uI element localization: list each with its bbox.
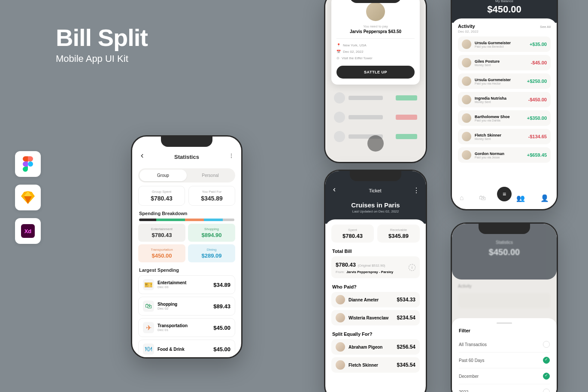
sheet-handle[interactable] (497, 322, 512, 324)
phone-ticket: Ticket ⋮ Cruises in Paris Last Updated o… (324, 170, 427, 392)
group-spent-value: $780.43 (142, 195, 181, 202)
see-all-link[interactable]: See All (540, 25, 551, 29)
category-transportation[interactable]: Transportation$450.00 (138, 244, 185, 262)
svg-point-5 (231, 157, 232, 158)
total-bill-card: $780.43 (Original $532.90) From:Jarvis P… (331, 256, 420, 278)
filter-title: Filter (459, 328, 550, 333)
payee-name-amount: Jarvis Pepperspra $43.50 (336, 29, 415, 34)
more-icon[interactable] (228, 153, 234, 161)
hero-title: Bill Split Mobile App UI Kit (56, 24, 148, 64)
radio-icon (543, 341, 550, 348)
category-dining[interactable]: Dining$289.09 (188, 244, 235, 262)
breakdown-bar (139, 219, 234, 221)
shop-icon[interactable]: 🛍 (479, 194, 486, 202)
note-icon: ⊙ (336, 56, 339, 60)
person-item[interactable]: Fletch Skinner$345.54 (331, 357, 420, 373)
from-label: From: (336, 270, 345, 274)
radio-icon (543, 357, 550, 364)
balance-label: My Balance (458, 0, 551, 3)
hero-subtitle: Mobile App UI Kit (56, 53, 148, 64)
spending-item[interactable]: 🎫 EntertainmentDec 03 $34.89 (138, 275, 235, 294)
receivable-card: Receivable$345.89 (377, 225, 420, 243)
fab-button[interactable]: ≡ (497, 187, 512, 201)
activity-date: Dec 02, 2022 (458, 30, 551, 33)
filter-option[interactable]: December (459, 368, 550, 384)
person-item[interactable]: Abraham Pigeon$256.54 (331, 339, 420, 355)
location-icon: 📍 (336, 43, 341, 47)
back-icon[interactable] (139, 153, 145, 161)
avatar (462, 40, 471, 49)
calendar-icon: 📅 (336, 50, 341, 54)
tool-badges: Xd (15, 151, 41, 244)
radio-icon (543, 389, 550, 392)
group-spent-card: Group Spent $780.43 (138, 186, 185, 206)
avatar (462, 58, 471, 67)
spending-item[interactable]: ✈ TransportationDec 01 $45.00 (138, 318, 235, 337)
spending-item[interactable]: 🍽 Food & Drink $45.00 (138, 340, 235, 357)
avatar (462, 95, 471, 104)
users-icon[interactable]: 👥 (516, 194, 525, 202)
page-title: Statistics (174, 154, 199, 160)
tab-group[interactable]: Group (139, 170, 187, 181)
svg-text:Xd: Xd (24, 228, 32, 234)
phone-notch (479, 224, 530, 234)
total-amount: $780.43 (336, 261, 356, 268)
avatar (336, 313, 345, 322)
activity-item[interactable]: Fletch SkinnerMoney Sent-$134.65 (458, 129, 551, 144)
avatar (462, 150, 471, 160)
date-row: 📅Dec 02, 2022 (336, 49, 415, 55)
spending-item[interactable]: 🛍 ShoppingDec 02 $89.43 (138, 297, 235, 316)
svg-point-3 (231, 154, 232, 155)
activity-item[interactable]: Giles PostureMoney Sent-$45.00 (458, 55, 551, 70)
person-item[interactable]: Dianne Ameter$534.33 (331, 292, 420, 307)
phone-notch (161, 137, 212, 147)
trip-name: Cruises in Paris (331, 201, 420, 209)
phone-settle-up: You need to pay Jarvis Pepperspra $43.50… (324, 0, 427, 163)
svg-point-0 (28, 161, 33, 167)
info-icon[interactable]: i (409, 264, 415, 271)
person-item[interactable]: Wisteria Ravenclaw$234.54 (331, 310, 420, 325)
avatar (462, 113, 471, 123)
settle-modal: You need to pay Jarvis Pepperspra $43.50… (331, 0, 420, 85)
you-paid-card: You Paid For $345.89 (188, 186, 235, 206)
home-icon[interactable]: ⌂ (460, 194, 464, 202)
food-icon: 🍽 (143, 343, 154, 355)
group-spent-label: Group Spent (142, 190, 181, 194)
activity-item[interactable]: Ursula GurnmeisterPaid you via Hector+$2… (458, 73, 551, 89)
back-icon[interactable] (331, 187, 337, 194)
transportation-icon: ✈ (143, 322, 154, 333)
filter-option[interactable]: Past 60 Days (459, 352, 550, 368)
profile-icon[interactable]: 👤 (540, 194, 549, 202)
page-title: Ticket (369, 188, 382, 193)
phone-activity: Statistics ⋮ My Balance $450.00 Activity… (451, 0, 558, 210)
phone-statistics: Statistics Group Personal Group Spent $7… (131, 135, 242, 359)
split-label: Split Equally For? (332, 331, 419, 337)
avatar (336, 295, 345, 304)
hero-heading: Bill Split (56, 24, 148, 52)
xd-badge: Xd (15, 218, 41, 244)
tab-personal[interactable]: Personal (187, 170, 234, 181)
from-name: Jarvis Pepperspray - Parsley (346, 270, 393, 274)
category-entertainment[interactable]: Entertainment$780.43 (138, 224, 185, 242)
settle-up-button[interactable]: SATTLE UP (336, 66, 415, 79)
phone-notch (350, 171, 401, 181)
shopping-icon: 🛍 (143, 301, 154, 312)
activity-item[interactable]: Ursula GurnmeisterPaid you via Benedict+… (458, 36, 551, 52)
phone-filter: Statistics $450.00 Activity Filter All T… (451, 222, 558, 392)
svg-point-4 (231, 155, 232, 156)
you-paid-value: $345.89 (192, 195, 231, 202)
category-shopping[interactable]: Shopping$894.90 (188, 224, 235, 242)
need-to-pay-label: You need to pay (336, 24, 415, 28)
sketch-badge (15, 185, 41, 210)
who-paid-label: Who Paid? (332, 284, 419, 289)
activity-item[interactable]: Bartholomew ShoePaid you via Dahlia+$350… (458, 110, 551, 126)
filter-option[interactable]: 2022 (459, 384, 550, 392)
activity-item[interactable]: Ingredia NutrishaMoney Sent-$450.00 (458, 92, 551, 107)
activity-item[interactable]: Gordon NormanPaid you via Jesse+$659.45 (458, 147, 551, 163)
avatar (336, 342, 345, 352)
fab-add[interactable] (367, 135, 384, 152)
radio-icon (543, 373, 550, 380)
filter-option[interactable]: All Transactios (459, 337, 550, 352)
avatar (462, 76, 471, 86)
more-icon[interactable]: ⋮ (413, 186, 420, 194)
